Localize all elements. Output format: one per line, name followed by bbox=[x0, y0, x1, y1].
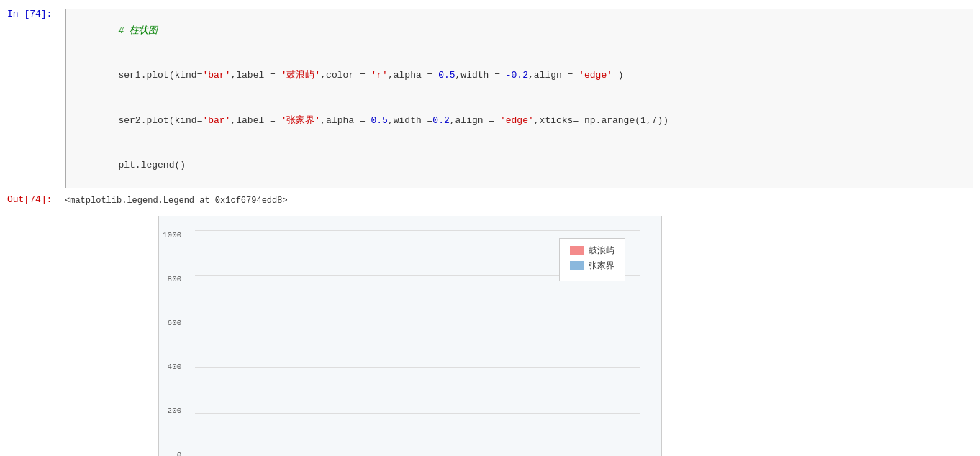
legend-color-blue bbox=[570, 261, 584, 270]
output-text: <matplotlib.legend.Legend at 0x1cf6794ed… bbox=[65, 194, 288, 206]
comment-text: # 柱状图 bbox=[118, 25, 158, 36]
input-cell-row: In [74]: # 柱状图 ser1.plot(kind='bar',labe… bbox=[0, 6, 980, 191]
y-axis: 1000 800 600 400 200 0 bbox=[163, 231, 181, 456]
chart-area: 1000 800 600 400 200 0 bbox=[195, 231, 640, 456]
chart-wrapper: 1000 800 600 400 200 0 bbox=[72, 216, 612, 456]
code-block[interactable]: # 柱状图 ser1.plot(kind='bar',label = '鼓浪屿'… bbox=[65, 9, 973, 188]
y-label-600: 600 bbox=[168, 319, 182, 327]
code-ser1-prefix: ser1.plot(kind= bbox=[118, 70, 202, 81]
code-ser1-kind: 'bar' bbox=[202, 70, 230, 81]
y-label-800: 800 bbox=[168, 275, 182, 283]
y-label-400: 400 bbox=[168, 362, 182, 371]
y-label-0: 0 bbox=[177, 451, 182, 457]
code-line-2: ser2.plot(kind='bar',label = '张家界',alpha… bbox=[73, 99, 973, 143]
y-label-200: 200 bbox=[168, 406, 182, 415]
cell-out-label: Out[74]: bbox=[7, 194, 65, 205]
chart-legend: 鼓浪屿 张家界 bbox=[559, 238, 625, 281]
code-line-1: ser1.plot(kind='bar',label = '鼓浪屿',color… bbox=[73, 53, 973, 98]
legend-label-2: 张家界 bbox=[589, 260, 614, 272]
legend-item-1: 鼓浪屿 bbox=[570, 245, 614, 257]
code-line-comment: # 柱状图 bbox=[73, 9, 973, 53]
notebook-cell: In [74]: # 柱状图 ser1.plot(kind='bar',labe… bbox=[0, 0, 980, 456]
cell-in-label: In [74]: bbox=[7, 9, 65, 19]
legend-label-1: 鼓浪屿 bbox=[589, 245, 614, 257]
code-line-3: plt.legend() bbox=[73, 143, 973, 188]
legend-color-red bbox=[570, 246, 584, 255]
output-row: Out[74]: <matplotlib.legend.Legend at 0x… bbox=[0, 191, 980, 209]
legend-item-2: 张家界 bbox=[570, 260, 614, 272]
chart-container: 1000 800 600 400 200 0 bbox=[158, 216, 662, 456]
y-label-1000: 1000 bbox=[163, 231, 181, 240]
